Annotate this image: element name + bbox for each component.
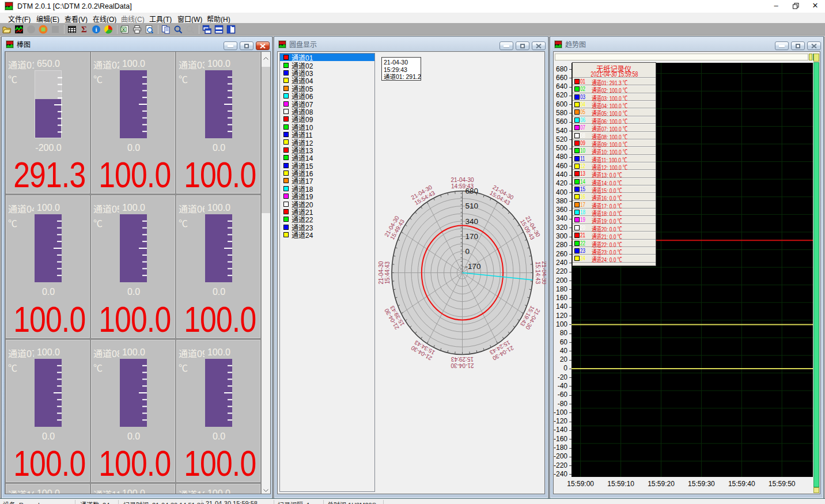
svg-text:0: 0 [466, 247, 470, 256]
svg-text:X: X [122, 27, 126, 32]
svg-text:21-04-3015:29:43: 21-04-3015:29:43 [451, 356, 474, 369]
svg-text:-170: -170 [466, 262, 481, 271]
svg-text:340: 340 [466, 217, 479, 226]
svg-text:510: 510 [466, 202, 479, 210]
svg-text:i: i [95, 26, 97, 33]
svg-text:170: 170 [466, 232, 479, 241]
svg-text:Σ: Σ [81, 25, 87, 34]
svg-text:21-04-3014:59:43: 21-04-3014:59:43 [451, 177, 474, 190]
svg-text:21-04-3015:44:43: 21-04-3015:44:43 [378, 261, 391, 284]
